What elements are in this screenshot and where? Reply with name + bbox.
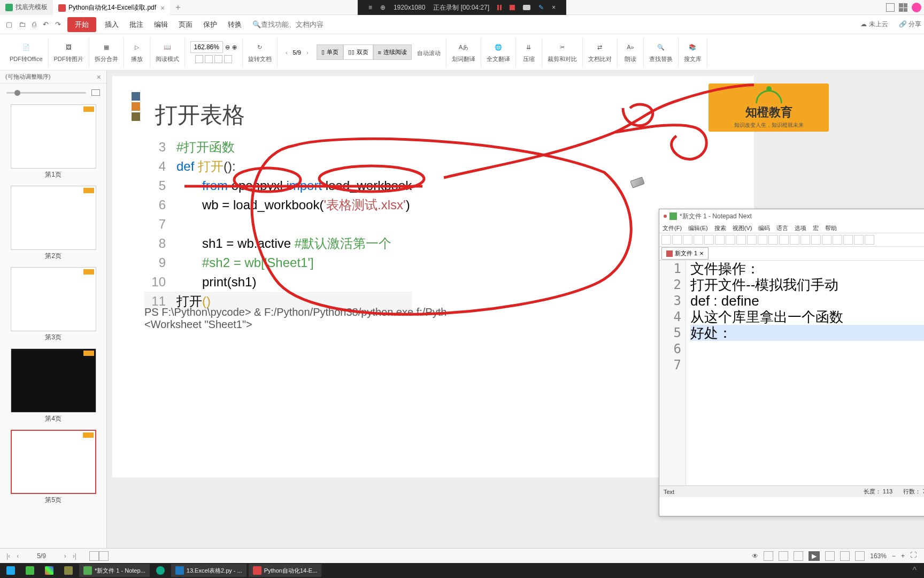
tool-find[interactable]: 🔍查找替换 <box>644 37 679 67</box>
zoom-out-icon[interactable]: − <box>892 552 896 560</box>
menu-file[interactable]: 文件(F) <box>663 224 682 232</box>
pdf-viewport[interactable]: 知橙教育 知识改变人生，知识橙就未来 打开表格 3#打开函数 4def 打开()… <box>107 71 924 548</box>
tool-icon[interactable] <box>779 235 789 245</box>
menu-edit[interactable]: 编辑 <box>149 20 173 29</box>
tool-icon[interactable] <box>661 235 671 245</box>
close-icon[interactable]: × <box>699 249 704 257</box>
task-vscode[interactable]: 13.Excel表格2.py - ... <box>171 564 247 577</box>
menu-view[interactable]: 视图(V) <box>733 224 752 232</box>
tab-template[interactable]: 找底壳模板 <box>0 0 53 15</box>
search-box[interactable]: 🔍 <box>252 20 351 28</box>
tool-pdf-office[interactable]: 📄PDF转Office <box>4 37 49 67</box>
fit-icon[interactable] <box>840 551 850 561</box>
share-link[interactable]: 🔗 分享 <box>899 20 921 29</box>
tool-split[interactable]: ▦拆分合并 <box>89 37 124 67</box>
tool-icon[interactable] <box>800 235 810 245</box>
menu-annotate[interactable]: 批注 <box>124 20 149 29</box>
close-sidebar-icon[interactable]: × <box>97 73 101 81</box>
tool-compress[interactable]: ⇊压缩 <box>516 37 542 67</box>
notepad-window[interactable]: *新文件 1 - Notepad Next 文件(F) 编辑(E) 搜索 视图(… <box>659 209 924 516</box>
avatar[interactable] <box>912 3 921 12</box>
prev-page-button[interactable]: ‹ <box>286 49 288 56</box>
tool-icon[interactable] <box>768 235 778 245</box>
close-icon[interactable]: × <box>552 4 556 11</box>
play-icon[interactable]: ▶ <box>808 551 820 561</box>
zoom-in-icon[interactable]: + <box>901 552 905 560</box>
file-menu-icon[interactable]: ▢ <box>3 20 16 28</box>
task-notepad[interactable]: *新文件 1 - Notep... <box>79 564 150 577</box>
last-page-icon[interactable]: ›| <box>71 552 79 560</box>
tool-fulltrans[interactable]: 🌐全文翻译 <box>481 37 516 67</box>
prev-page-icon[interactable]: ‹ <box>14 552 21 560</box>
fullscreen-icon[interactable]: ⛶ <box>910 551 920 561</box>
tool-icon[interactable] <box>822 235 831 245</box>
layout-icon[interactable] <box>779 551 788 561</box>
task-item[interactable] <box>41 564 58 577</box>
thumb-4[interactable]: 第4页 <box>4 348 102 423</box>
task-edge[interactable] <box>152 564 169 577</box>
tool-pdf-img[interactable]: 🖼PDF转图片 <box>49 37 89 67</box>
save-icon[interactable]: 🗀 <box>16 20 29 28</box>
tool-autoscroll[interactable]: 自动滚动 <box>412 37 446 67</box>
menu-icon[interactable]: ≡ <box>368 4 372 11</box>
redo-icon[interactable]: ↷ <box>52 20 64 28</box>
task-item[interactable] <box>60 564 77 577</box>
double-page-button[interactable]: ▯▯ 双页 <box>343 44 373 60</box>
menu-help[interactable]: 帮助 <box>825 224 837 232</box>
zoom-in-icon[interactable]: ⊕ <box>232 44 237 51</box>
zoom-out-icon[interactable]: ⊖ <box>225 44 230 51</box>
menu-encoding[interactable]: 编码 <box>758 224 770 232</box>
tool-icon[interactable] <box>715 235 725 245</box>
tool-icon[interactable] <box>854 235 864 245</box>
zoom-percent[interactable]: 163% <box>870 552 887 560</box>
single-page-button[interactable]: ▯ 单页 <box>317 44 343 60</box>
tool-lib[interactable]: 📚搜文库 <box>679 37 707 67</box>
tool-icon[interactable] <box>843 235 853 245</box>
task-tray[interactable]: ^ <box>907 566 922 575</box>
thumb-2[interactable]: 第2页 <box>4 186 102 261</box>
menu-search[interactable]: 搜索 <box>714 224 726 232</box>
undo-icon[interactable]: ↶ <box>40 20 52 28</box>
eye-icon[interactable]: 👁 <box>752 552 758 560</box>
notepad-tab[interactable]: 新文件 1× <box>661 247 709 260</box>
layout-icon[interactable] <box>886 3 895 12</box>
tool-play[interactable]: ▷播放 <box>124 37 150 67</box>
new-tab-button[interactable]: + <box>170 3 186 12</box>
menu-options[interactable]: 选项 <box>795 224 806 232</box>
print-icon[interactable]: ⎙ <box>29 20 40 28</box>
menu-insert[interactable]: 插入 <box>99 20 124 29</box>
tool-icon[interactable] <box>726 235 735 245</box>
notepad-titlebar[interactable]: *新文件 1 - Notepad Next <box>659 209 924 223</box>
tool-icon[interactable] <box>758 235 767 245</box>
close-icon[interactable]: × <box>160 4 165 12</box>
editor-text[interactable]: 文件操作： 打开文件--模拟我们手动 def : define 从这个库里拿出一… <box>686 261 924 485</box>
stop-button[interactable] <box>510 5 515 10</box>
tool-icon[interactable] <box>833 235 842 245</box>
start-button[interactable] <box>2 564 19 577</box>
cloud-icon[interactable]: ☁ 未上云 <box>860 20 888 29</box>
search-input[interactable] <box>261 20 351 28</box>
tool-diff[interactable]: ⇄文档比对 <box>583 37 618 67</box>
tool-icon[interactable] <box>683 235 692 245</box>
fit-icon[interactable] <box>855 551 865 561</box>
tool-rotate[interactable]: ↻旋转文档 <box>243 37 278 67</box>
tool-read-mode[interactable]: 📖阅读模式 <box>150 37 185 67</box>
first-page-icon[interactable]: |‹ <box>4 552 12 560</box>
tool-icon[interactable] <box>694 235 703 245</box>
page-indicator[interactable]: 5/9 <box>293 49 301 56</box>
menu-edit[interactable]: 编辑(E) <box>688 224 708 232</box>
continuous-button[interactable]: ≡ 连续阅读 <box>373 44 412 60</box>
fit-icon[interactable] <box>825 551 835 561</box>
tool-icon[interactable] <box>704 235 714 245</box>
tool-icon[interactable] <box>865 235 874 245</box>
zoom-select[interactable]: 162.86% <box>190 41 223 53</box>
tool-icon[interactable] <box>736 235 746 245</box>
tool-trans[interactable]: Aあ划词翻译 <box>446 37 481 67</box>
menu-macro[interactable]: 宏 <box>813 224 819 232</box>
view-icon[interactable] <box>89 551 99 561</box>
grid-icon[interactable] <box>899 3 907 12</box>
camera-icon[interactable] <box>523 5 530 10</box>
pause-button[interactable] <box>497 5 502 10</box>
tool-narr[interactable]: A»朗读 <box>618 37 644 67</box>
layout-icon[interactable] <box>764 551 773 561</box>
